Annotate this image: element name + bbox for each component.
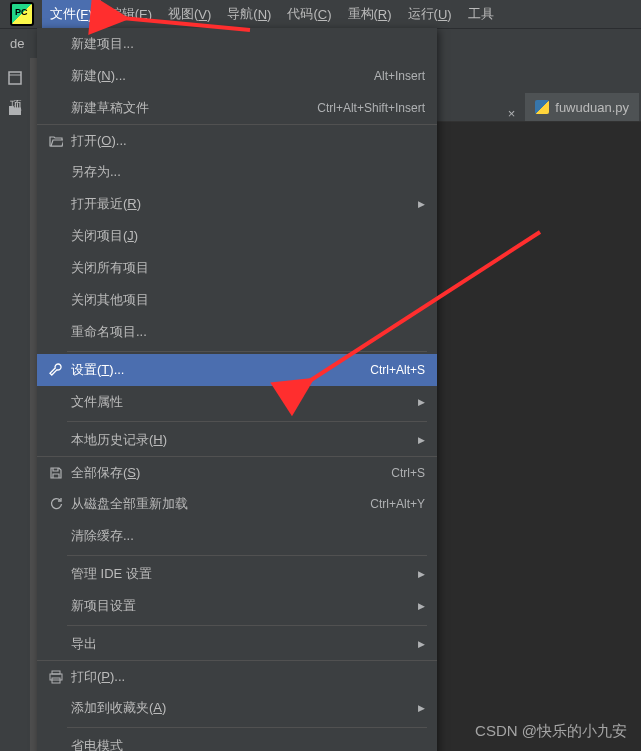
project-tool-icon[interactable] <box>7 70 23 86</box>
menu-item-新建项目[interactable]: 新建项目... <box>37 28 437 60</box>
menu-运行[interactable]: 运行(U) <box>400 0 460 28</box>
menu-item-label: 重命名项目... <box>67 323 425 341</box>
menu-item-label: 新建草稿文件 <box>67 99 317 117</box>
menu-shortcut: Ctrl+Alt+Shift+Insert <box>317 101 425 115</box>
submenu-arrow-icon: ▶ <box>418 639 425 649</box>
menu-item-新项目设置[interactable]: 新项目设置▶ <box>37 590 437 622</box>
menu-文件[interactable]: 文件(F) <box>42 0 101 28</box>
close-tab-icon[interactable]: × <box>508 106 516 121</box>
menu-item-label: 关闭所有项目 <box>67 259 425 277</box>
menu-item-新建N[interactable]: 新建(N)...Alt+Insert <box>37 60 437 92</box>
submenu-arrow-icon: ▶ <box>418 601 425 611</box>
menu-item-label: 添加到收藏夹(A) <box>67 699 418 717</box>
menu-item-重命名项目[interactable]: 重命名项目... <box>37 316 437 348</box>
menu-代码[interactable]: 代码(C) <box>279 0 339 28</box>
menu-item-关闭其他项目[interactable]: 关闭其他项目 <box>37 284 437 316</box>
menu-item-从磁盘全部重新加载[interactable]: 从磁盘全部重新加载Ctrl+Alt+Y <box>37 488 437 520</box>
menu-item-label: 管理 IDE 设置 <box>67 565 418 583</box>
menu-shortcut: Ctrl+Alt+Y <box>370 497 425 511</box>
menu-item-label: 打开(O)... <box>67 132 425 150</box>
menu-separator <box>37 418 437 424</box>
print-icon <box>45 670 67 684</box>
menu-item-label: 打印(P)... <box>67 668 425 686</box>
menu-separator <box>37 552 437 558</box>
menu-item-label: 省电模式 <box>67 737 425 751</box>
menu-item-label: 全部保存(S) <box>67 464 391 482</box>
submenu-arrow-icon: ▶ <box>418 199 425 209</box>
file-menu-dropdown: 新建项目...新建(N)...Alt+Insert新建草稿文件Ctrl+Alt+… <box>37 28 437 751</box>
submenu-arrow-icon: ▶ <box>418 435 425 445</box>
menu-导航[interactable]: 导航(N) <box>219 0 279 28</box>
menu-separator <box>37 622 437 628</box>
menu-item-关闭项目J[interactable]: 关闭项目(J) <box>37 220 437 252</box>
menu-item-设置T[interactable]: 设置(T)...Ctrl+Alt+S <box>37 354 437 386</box>
menu-item-新建草稿文件[interactable]: 新建草稿文件Ctrl+Alt+Shift+Insert <box>37 92 437 124</box>
menu-item-打开最近R[interactable]: 打开最近(R)▶ <box>37 188 437 220</box>
menu-shortcut: Ctrl+Alt+S <box>370 363 425 377</box>
menu-item-导出[interactable]: 导出▶ <box>37 628 437 660</box>
menu-编辑[interactable]: 编辑(E) <box>101 0 160 28</box>
menu-item-label: 清除缓存... <box>67 527 425 545</box>
menu-item-另存为[interactable]: 另存为... <box>37 156 437 188</box>
menu-item-label: 从磁盘全部重新加载 <box>67 495 370 513</box>
menu-separator <box>37 348 437 354</box>
reload-icon <box>45 497 67 511</box>
menu-item-打开O[interactable]: 打开(O)... <box>37 124 437 156</box>
menu-视图[interactable]: 视图(V) <box>160 0 219 28</box>
menu-item-label: 关闭其他项目 <box>67 291 425 309</box>
watermark: CSDN @快乐的小九安 <box>475 722 627 741</box>
menu-item-关闭所有项目[interactable]: 关闭所有项目 <box>37 252 437 284</box>
menu-item-label: 设置(T)... <box>67 361 370 379</box>
menu-item-添加到收藏夹A[interactable]: 添加到收藏夹(A)▶ <box>37 692 437 724</box>
save-icon <box>45 466 67 480</box>
menu-item-label: 另存为... <box>67 163 425 181</box>
menu-item-管理IDE设置[interactable]: 管理 IDE 设置▶ <box>37 558 437 590</box>
menu-item-label: 文件属性 <box>67 393 418 411</box>
folder-icon[interactable] <box>7 102 23 118</box>
menu-shortcut: Alt+Insert <box>374 69 425 83</box>
menu-item-label: 关闭项目(J) <box>67 227 425 245</box>
python-file-icon <box>535 100 549 114</box>
menu-item-省电模式[interactable]: 省电模式 <box>37 730 437 751</box>
menu-item-本地历史记录H[interactable]: 本地历史记录(H)▶ <box>37 424 437 456</box>
menu-item-清除缓存[interactable]: 清除缓存... <box>37 520 437 552</box>
tool-sidebar: 项 <box>0 58 30 751</box>
menu-item-文件属性[interactable]: 文件属性▶ <box>37 386 437 418</box>
menu-separator <box>37 724 437 730</box>
menu-item-打印P[interactable]: 打印(P)... <box>37 660 437 692</box>
tab-filename: fuwuduan.py <box>555 100 629 115</box>
wrench-icon <box>45 363 67 377</box>
pycharm-logo-icon <box>10 2 34 26</box>
menu-shortcut: Ctrl+S <box>391 466 425 480</box>
submenu-arrow-icon: ▶ <box>418 397 425 407</box>
open-icon <box>45 135 67 147</box>
svg-rect-0 <box>9 72 21 84</box>
menu-item-label: 新建项目... <box>67 35 425 53</box>
menubar: 文件(F)编辑(E)视图(V)导航(N)代码(C)重构(R)运行(U)工具 <box>0 0 641 28</box>
submenu-arrow-icon: ▶ <box>418 569 425 579</box>
menu-item-label: 新建(N)... <box>67 67 374 85</box>
menu-item-label: 打开最近(R) <box>67 195 418 213</box>
menu-item-label: 新项目设置 <box>67 597 418 615</box>
menu-item-label: 本地历史记录(H) <box>67 431 418 449</box>
gutter <box>30 58 37 751</box>
menu-item-全部保存S[interactable]: 全部保存(S)Ctrl+S <box>37 456 437 488</box>
menu-工具[interactable]: 工具 <box>460 0 502 28</box>
project-name: de <box>10 36 24 51</box>
editor-tab-active[interactable]: fuwuduan.py <box>525 93 639 121</box>
submenu-arrow-icon: ▶ <box>418 703 425 713</box>
menu-item-label: 导出 <box>67 635 418 653</box>
menu-重构[interactable]: 重构(R) <box>340 0 400 28</box>
